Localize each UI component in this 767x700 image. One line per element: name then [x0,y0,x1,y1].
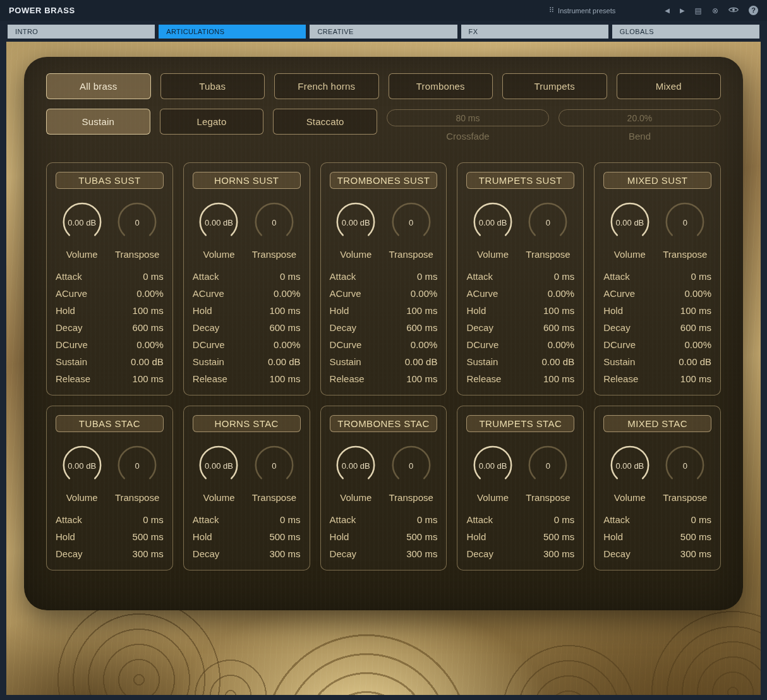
param-hold[interactable]: Hold100 ms [193,302,301,319]
param-value[interactable]: 0.00% [274,336,301,353]
output-icon[interactable]: ▤ [695,7,702,15]
param-value[interactable]: 100 ms [269,370,300,387]
param-attack[interactable]: Attack0 ms [466,268,574,285]
tab-articulations[interactable]: ARTICULATIONS [159,25,306,39]
param-value[interactable]: 300 ms [680,545,711,562]
param-acurve[interactable]: ACurve0.00% [330,285,438,302]
param-value[interactable]: 0 ms [143,511,164,528]
articulation-button-staccato[interactable]: Staccato [273,109,377,135]
param-value[interactable]: 0.00% [411,285,438,302]
param-decay[interactable]: Decay600 ms [466,319,574,336]
param-attack[interactable]: Attack0 ms [603,511,711,528]
param-value[interactable]: 500 ms [406,528,437,545]
param-decay[interactable]: Decay600 ms [330,319,438,336]
param-value[interactable]: 0.00 dB [679,353,711,370]
param-value[interactable]: 100 ms [543,302,574,319]
ensemble-button-french-horns[interactable]: French horns [274,73,379,99]
preset-next-icon[interactable]: ▶ [680,8,685,14]
articulation-button-legato[interactable]: Legato [160,109,264,135]
param-value[interactable]: 600 ms [680,319,711,336]
param-value[interactable]: 0.00% [411,336,438,353]
volume-knob[interactable]: 0.00 dBVolume [469,442,517,503]
transpose-knob[interactable]: 0Transpose [387,199,435,260]
ensemble-button-all-brass[interactable]: All brass [46,73,151,99]
param-value[interactable]: 600 ms [406,319,437,336]
param-attack[interactable]: Attack0 ms [56,268,164,285]
param-hold[interactable]: Hold500 ms [466,528,574,545]
param-value[interactable]: 0.00 dB [541,353,574,370]
param-attack[interactable]: Attack0 ms [603,268,711,285]
param-value[interactable]: 0.00% [548,285,575,302]
help-icon[interactable]: ? [749,6,758,15]
volume-knob[interactable]: 0.00 dBVolume [606,199,654,260]
param-hold[interactable]: Hold100 ms [603,302,711,319]
eye-icon[interactable] [728,6,739,15]
param-value[interactable]: 500 ms [133,528,164,545]
volume-knob[interactable]: 0.00 dBVolume [332,442,380,503]
param-value[interactable]: 0 ms [280,268,301,285]
param-dcurve[interactable]: DCurve0.00% [603,336,711,353]
panic-icon[interactable]: ⊗ [712,7,718,15]
volume-knob[interactable]: 0.00 dBVolume [58,442,106,503]
param-dcurve[interactable]: DCurve0.00% [193,336,301,353]
param-value[interactable]: 300 ms [406,545,437,562]
transpose-knob[interactable]: 0Transpose [250,442,298,503]
param-decay[interactable]: Decay300 ms [466,545,574,562]
param-hold[interactable]: Hold500 ms [603,528,711,545]
param-value[interactable]: 0.00 dB [405,353,438,370]
param-value[interactable]: 0.00 dB [268,353,301,370]
param-value[interactable]: 300 ms [133,545,164,562]
param-value[interactable]: 500 ms [680,528,711,545]
transpose-knob[interactable]: 0Transpose [113,199,161,260]
param-release[interactable]: Release100 ms [603,370,711,387]
ensemble-button-trombones[interactable]: Trombones [389,73,493,99]
param-value[interactable]: 600 ms [543,319,574,336]
param-hold[interactable]: Hold100 ms [56,302,164,319]
param-value[interactable]: 0 ms [691,511,711,528]
param-release[interactable]: Release100 ms [466,370,574,387]
param-value[interactable]: 0 ms [280,511,301,528]
param-sustain[interactable]: Sustain0.00 dB [193,353,301,370]
bend-slider[interactable]: 20.0% [559,109,721,126]
param-value[interactable]: 100 ms [543,370,574,387]
param-value[interactable]: 100 ms [133,370,164,387]
param-dcurve[interactable]: DCurve0.00% [56,336,164,353]
crossfade-slider[interactable]: 80 ms [387,109,549,126]
param-attack[interactable]: Attack0 ms [466,511,574,528]
instrument-presets-button[interactable]: ⠿ Instrument presets [549,6,615,15]
param-value[interactable]: 100 ms [406,370,437,387]
param-acurve[interactable]: ACurve0.00% [603,285,711,302]
param-value[interactable]: 300 ms [269,545,300,562]
param-value[interactable]: 500 ms [543,528,574,545]
param-value[interactable]: 300 ms [543,545,574,562]
volume-knob[interactable]: 0.00 dBVolume [606,442,654,503]
param-decay[interactable]: Decay300 ms [330,545,438,562]
param-value[interactable]: 0.00% [548,336,575,353]
param-hold[interactable]: Hold100 ms [466,302,574,319]
param-hold[interactable]: Hold500 ms [330,528,438,545]
param-value[interactable]: 0.00% [684,285,711,302]
ensemble-button-trumpets[interactable]: Trumpets [502,73,607,99]
param-decay[interactable]: Decay600 ms [603,319,711,336]
param-value[interactable]: 0 ms [554,511,575,528]
param-value[interactable]: 600 ms [133,319,164,336]
transpose-knob[interactable]: 0Transpose [524,442,572,503]
volume-knob[interactable]: 0.00 dBVolume [58,199,106,260]
param-decay[interactable]: Decay600 ms [56,319,164,336]
preset-prev-icon[interactable]: ◀ [665,8,670,14]
param-value[interactable]: 0.00% [684,336,711,353]
transpose-knob[interactable]: 0Transpose [661,199,709,260]
param-value[interactable]: 0 ms [417,268,438,285]
param-hold[interactable]: Hold500 ms [56,528,164,545]
tab-creative[interactable]: CREATIVE [310,25,457,39]
ensemble-button-mixed[interactable]: Mixed [617,73,722,99]
volume-knob[interactable]: 0.00 dBVolume [195,199,243,260]
param-sustain[interactable]: Sustain0.00 dB [466,353,574,370]
param-hold[interactable]: Hold100 ms [330,302,438,319]
param-value[interactable]: 100 ms [133,302,164,319]
param-acurve[interactable]: ACurve0.00% [56,285,164,302]
param-release[interactable]: Release100 ms [330,370,438,387]
transpose-knob[interactable]: 0Transpose [524,199,572,260]
param-value[interactable]: 100 ms [269,302,300,319]
param-decay[interactable]: Decay300 ms [56,545,164,562]
